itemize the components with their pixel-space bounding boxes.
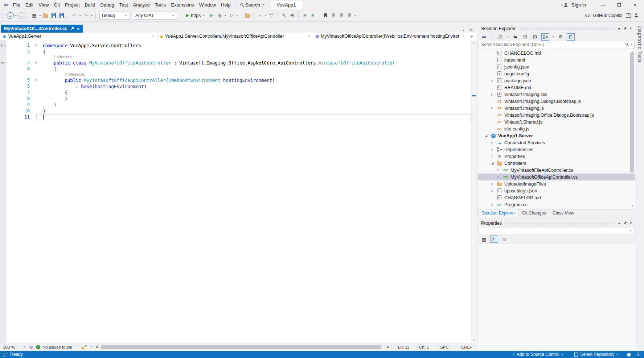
tree-item[interactable]: ▷C#MyVintasoftFileApiController.cs xyxy=(478,167,635,174)
code-line-10[interactable]: 10} xyxy=(0,108,476,114)
tree-item[interactable]: JSVintasoft.Imaging.Office.Dialogs.Boots… xyxy=(478,112,635,118)
editor-options-gear-icon[interactable]: ⚙ xyxy=(469,28,473,33)
new-project-icon[interactable]: ▦ xyxy=(31,12,38,20)
menu-file[interactable]: File xyxy=(10,2,23,8)
close-button[interactable]: × xyxy=(629,2,641,8)
start-without-debugging-icon[interactable] xyxy=(208,12,216,20)
send-feedback-icon[interactable] xyxy=(634,13,638,17)
chevron-down-icon[interactable]: ▾ xyxy=(265,14,267,17)
panel-close-icon[interactable]: × xyxy=(629,26,632,31)
tree-item[interactable]: ▷Dependencies xyxy=(478,146,635,153)
restart-icon[interactable]: ↻ xyxy=(227,12,235,20)
codelens-references[interactable]: 1 reference xyxy=(0,55,476,60)
menu-build[interactable]: Build xyxy=(82,2,98,8)
tree-item[interactable]: ▷{}package.json xyxy=(478,77,635,84)
scroll-down-icon[interactable]: ▼ xyxy=(630,205,635,207)
menu-debug[interactable]: Debug xyxy=(98,2,116,8)
scroll-left-icon[interactable]: ◀ xyxy=(95,345,98,349)
feedback-bubble-icon[interactable] xyxy=(3,353,7,356)
share-icon[interactable]: ↗ xyxy=(626,13,631,18)
home-icon[interactable]: ⌂ xyxy=(257,12,264,20)
tree-item[interactable]: M↓CHANGELOG.md xyxy=(478,194,635,201)
expander-collapsed-icon[interactable]: ▷ xyxy=(490,141,495,144)
se-properties-wrench-icon[interactable]: ⚙ xyxy=(557,33,564,41)
scroll-up-icon[interactable]: ▲ xyxy=(472,41,476,44)
expander-collapsed-icon[interactable]: ▷ xyxy=(496,168,501,172)
code-line-9[interactable]: 9 } xyxy=(0,102,476,108)
tree-item[interactable]: JSVintasoft.Shared.js xyxy=(478,118,635,125)
tree-item[interactable]: ▷{}appsettings.json xyxy=(478,187,635,194)
code-cleanup-broom-icon[interactable] xyxy=(82,344,87,350)
expander-collapsed-icon[interactable]: ▷ xyxy=(490,182,495,186)
document-health-indicator[interactable]: ✓ No issues found xyxy=(36,345,72,349)
se-nested-view-toggle[interactable] xyxy=(541,33,549,41)
tree-scrollbar[interactable]: ▲ ▼ xyxy=(630,49,635,208)
toggle-bookmark-icon[interactable] xyxy=(322,12,329,20)
add-to-source-control-button[interactable]: ↑ Add to Source Control ▴ xyxy=(508,352,567,357)
se-search-input[interactable] xyxy=(479,41,635,48)
menu-help[interactable]: Help xyxy=(218,2,233,8)
breadcrumb-type-dropdown[interactable]: ◆ VueApp1.Server.Controllers.MyVintasoft… xyxy=(157,33,313,40)
maximize-button[interactable] xyxy=(613,2,625,8)
chevron-down-icon[interactable]: ▾ xyxy=(507,36,509,38)
select-repository-button[interactable]: Select Repository ▴ xyxy=(570,352,622,357)
chevron-down-icon[interactable]: ▾ xyxy=(225,14,226,17)
scroll-down-icon[interactable]: ▼ xyxy=(472,339,476,342)
auto-hide-pin-icon[interactable] xyxy=(623,26,627,31)
resize-grip[interactable] xyxy=(636,352,641,357)
tree-item[interactable]: JSvite.config.js xyxy=(478,125,635,132)
codelens-references[interactable]: 0 references xyxy=(0,72,476,77)
tree-item[interactable]: ▷AVintasoft.Imaging.css xyxy=(478,91,635,98)
chevron-down-icon[interactable]: ▾ xyxy=(90,346,92,349)
expander-collapsed-icon[interactable]: ▷ xyxy=(490,203,495,206)
code-line-1[interactable]: {▫}1∨namespace VueApp1.Server.Controller… xyxy=(0,42,476,49)
fold-chevron-icon[interactable]: ∨ xyxy=(31,60,41,66)
github-copilot-button[interactable]: GitHub Copilot xyxy=(593,13,623,18)
tree-item[interactable]: ⚙nuget.config xyxy=(478,70,635,77)
code-editor[interactable]: {▫}1∨namespace VueApp1.Server.Controller… xyxy=(0,40,476,343)
start-debugging-button[interactable]: https ▾ xyxy=(184,13,208,18)
code-line-11[interactable]: 11 xyxy=(0,114,476,120)
line-indicator[interactable]: Ln: 11 xyxy=(398,345,410,349)
properties-object-dropdown[interactable]: ▾ xyxy=(479,227,635,234)
code-line-8[interactable]: 8 } xyxy=(0,96,476,102)
tree-item[interactable]: M↓README.md xyxy=(478,84,635,91)
code-line-3[interactable]: ◻↑3∨ public class MyVintasoftOfficeApiCo… xyxy=(0,60,476,66)
clear-bookmarks-icon[interactable] xyxy=(346,12,353,20)
menu-extensions[interactable]: Extensions xyxy=(168,2,197,8)
search-control[interactable]: Search ▾ xyxy=(240,2,265,8)
expander-expanded-icon[interactable]: ◢ xyxy=(490,162,495,165)
chevron-down-icon[interactable]: ▾ xyxy=(236,14,238,17)
auto-hide-pin-icon[interactable] xyxy=(623,221,627,226)
scroll-right-icon[interactable]: ▶ xyxy=(387,345,389,349)
tree-item[interactable]: <>index.html xyxy=(478,57,635,63)
panel-tab-class-view[interactable]: Class View xyxy=(549,209,577,217)
notifications-bell-icon[interactable] xyxy=(625,352,633,357)
solution-configuration-dropdown[interactable]: Debug ▾ xyxy=(99,12,130,20)
code-line-5[interactable]: 5∨ public MyVintasoftOfficeApiController… xyxy=(0,77,476,83)
chevron-down-icon[interactable]: ▾ xyxy=(631,43,632,46)
diagnostic-tools-tab[interactable]: Diagnostic Tools xyxy=(637,25,642,351)
column-indicator[interactable]: Ch: 1 xyxy=(419,345,431,349)
se-show-all-files-icon[interactable]: ⊞ xyxy=(532,33,539,41)
navigate-back-icon[interactable]: ← xyxy=(7,12,14,19)
expander-collapsed-icon[interactable]: ▷ xyxy=(496,175,501,179)
editor-vertical-scrollbar[interactable]: ▲ ▼ xyxy=(471,40,476,343)
menu-project[interactable]: Project xyxy=(62,2,82,8)
expander-collapsed-icon[interactable]: ▷ xyxy=(490,93,495,96)
tree-item[interactable]: ▷JSVintasoft.Imaging.js xyxy=(478,105,635,112)
pin-icon[interactable] xyxy=(70,26,75,31)
navigate-forward-icon[interactable]: → xyxy=(18,12,25,19)
document-tab[interactable]: MyVintasoftOf...iController.cs × xyxy=(1,25,83,33)
tree-item[interactable]: ▷C#MyVintasoftOfficeApiController.cs xyxy=(478,174,635,180)
toolbar-overflow-icon[interactable]: ▾ xyxy=(354,14,356,17)
window-position-chevron-icon[interactable]: ▾ xyxy=(618,27,620,31)
code-line-6[interactable]: 6 : base(hostingEnvironment) xyxy=(0,83,476,90)
scroll-up-icon[interactable]: ▲ xyxy=(630,50,635,53)
expander-collapsed-icon[interactable]: ▷ xyxy=(490,155,495,158)
solution-explorer-header[interactable]: Solution Explorer ▾ × xyxy=(478,25,635,33)
window-position-chevron-icon[interactable]: ▾ xyxy=(618,221,620,225)
solution-platform-dropdown[interactable]: Any CPU ▾ xyxy=(133,12,177,20)
panel-close-icon[interactable]: × xyxy=(629,221,632,226)
save-icon[interactable] xyxy=(50,12,57,20)
